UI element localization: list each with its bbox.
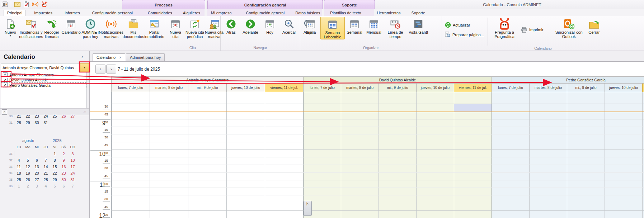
notificaciones-masivas-button[interactable]: Notificaciones masivas [100,17,122,39]
people-combobox[interactable]: Antonio Arroyo Chamorro, David Quintas .… [1,63,81,72]
tab-mi-empresa[interactable]: Mi empresa [208,10,235,16]
mini-calendar-day[interactable]: 4 [41,184,50,188]
mini-calendar-day[interactable]: 1 [14,184,23,188]
mini-calendar-day[interactable]: 17 [68,165,77,169]
day-column[interactable] [642,92,644,218]
diaria-button[interactable]: Diaria [301,17,320,34]
mini-calendar-day[interactable] [32,152,41,156]
day-header[interactable]: lunes, 7 de julio [111,84,150,92]
mis-documentos-button[interactable]: Mis documentos [122,17,145,39]
semana-laborable-button[interactable]: Semana Laborable [320,17,345,39]
portal-inmobiliario-button[interactable]: Portal inmobiliario [145,17,164,39]
mini-calendar-day[interactable]: 15 [50,165,59,169]
day-column[interactable] [150,92,188,218]
mini-calendar-month-header[interactable]: agosto 2025 [7,138,83,143]
mini-calendar-day[interactable] [59,120,68,125]
day-header[interactable]: martes, 8 de julio [150,84,188,92]
day-header[interactable]: viernes, 11 de jul. [265,84,303,92]
mini-calendar-day[interactable] [68,120,77,125]
day-header[interactable]: mi., 9 de julio [379,84,416,92]
splitter-close-button[interactable]: × [2,109,7,115]
vista-gantt-button[interactable]: Vista Gantt [407,17,429,34]
people-combobox-dropdown-button[interactable]: ▼ [80,63,89,72]
mini-calendar-day[interactable]: 22 [23,114,32,118]
mini-calendar-day[interactable]: 4 [14,158,23,162]
mini-calendar-day[interactable]: 7 [68,184,77,188]
mini-calendar-day[interactable] [14,152,23,156]
mini-calendar-day[interactable]: 3 [68,152,77,156]
mini-calendar-day[interactable]: 26 [59,114,68,118]
day-column[interactable] [567,92,605,218]
mini-calendar-day[interactable]: 5 [23,158,32,162]
mini-calendar-day[interactable]: 23 [59,171,68,175]
mini-calendar-day[interactable]: 21 [41,171,50,175]
mini-calendar-day[interactable]: 28 [41,177,50,182]
day-column[interactable] [111,92,150,218]
broadcast-icon[interactable] [32,1,38,8]
mini-calendar-day[interactable]: 18 [14,171,23,175]
mini-calendar-day[interactable] [41,152,50,156]
person-checkbox[interactable]: ✔ [3,72,8,77]
mini-calendar-day[interactable]: 6 [32,158,41,162]
nueva-cita-periodica-button[interactable]: Nueva cita periódica [185,17,205,39]
mini-calendar-day[interactable]: 31 [68,177,77,182]
day-header[interactable]: viernes, 11 de jul. [454,84,492,92]
adelante-button[interactable]: Adelante [241,17,260,34]
imprimir-button[interactable]: Imprimir [521,27,544,33]
day-header[interactable]: jueves, 10 de julio [226,84,265,92]
mini-calendar-day[interactable]: 24 [41,114,50,118]
mini-calendar-day[interactable]: 25 [14,177,23,182]
mini-calendar-day[interactable]: 2 [23,184,32,188]
collapse-sidebar-icon[interactable]: ‹ [81,54,83,60]
person-group-header[interactable]: Pedro González García [492,76,644,84]
preparar-pagina-button[interactable]: Preparar página... [445,32,484,38]
jump-to-start-button[interactable]: |< [304,201,312,216]
mini-calendar-day[interactable]: 6 [59,184,68,188]
mini-calendar-day[interactable] [50,120,59,125]
day-column[interactable] [605,92,642,218]
tab-herramientas[interactable]: Herramientas [373,10,404,16]
selected-time-cell[interactable] [454,104,492,112]
mini-calendar-day[interactable]: 12 [23,165,32,169]
mini-calendar-day[interactable]: 30 [32,120,41,125]
tab-plantillas-de-texto[interactable]: Plantillas de texto [327,10,364,16]
mini-calendar-day[interactable]: 24 [68,171,77,175]
person-group-header[interactable]: Antonio Arroyo Chamorro [111,76,303,84]
mini-calendar-day[interactable]: 31 [41,120,50,125]
doc-tab-adminet-para-hoy[interactable]: Adminet para hoy [126,53,165,61]
day-header[interactable]: martes, 8 de julio [341,84,379,92]
tab-impuestos[interactable]: Impuestos [31,10,56,16]
nueva-cita-button[interactable]: Nueva cita [166,17,185,39]
sincronizar-outlook-button[interactable]: Sincronizar con Outlook [554,17,584,39]
mail-icon[interactable] [14,1,20,8]
tab-configuracion-personal[interactable]: Configuración personal [89,10,136,16]
mini-calendar-day[interactable]: 30 [59,177,68,182]
day-header[interactable]: jueves, 10 de julio [416,84,454,92]
day-column[interactable] [188,92,226,218]
mini-calendar-day[interactable]: 28 [14,120,23,125]
mini-calendar-day[interactable]: 10 [68,158,77,162]
mini-calendar-day[interactable]: 23 [32,114,41,118]
day-column[interactable] [529,92,567,218]
mini-calendar-day[interactable]: 19 [23,171,32,175]
day-header[interactable]: lunes, 7 de julio [303,84,341,92]
prev-week-button[interactable]: ‹ [95,65,105,74]
mini-calendar-day[interactable]: 5 [50,184,59,188]
hoy-button[interactable]: Hoy [260,17,279,34]
next-week-button[interactable]: › [106,65,116,74]
calendario-button[interactable]: Calendario [61,17,81,34]
tab-datos-basicos[interactable]: Datos básicos [292,10,323,16]
tab-principal[interactable]: Principal [4,10,26,16]
acercar-button[interactable]: Acercar [279,17,299,34]
day-header[interactable]: viernes, 11 de jul. [642,84,644,92]
atras-button[interactable]: Atrás [221,17,241,34]
person-group-header[interactable]: David Quintas Alcalde [303,76,492,84]
tab-informes[interactable]: Informes [61,10,83,16]
mini-calendar-day[interactable]: 2 [59,152,68,156]
pregunta-pragmatica-button[interactable]: Pregunta a Pragmática [492,17,517,39]
mini-calendar-day[interactable]: 8 [50,158,59,162]
mini-calendar-day[interactable]: 26 [23,177,32,182]
person-checkbox[interactable]: ✔ [3,83,8,87]
tab-alquileres[interactable]: Alquileres [180,10,203,16]
day-column[interactable] [492,92,529,218]
